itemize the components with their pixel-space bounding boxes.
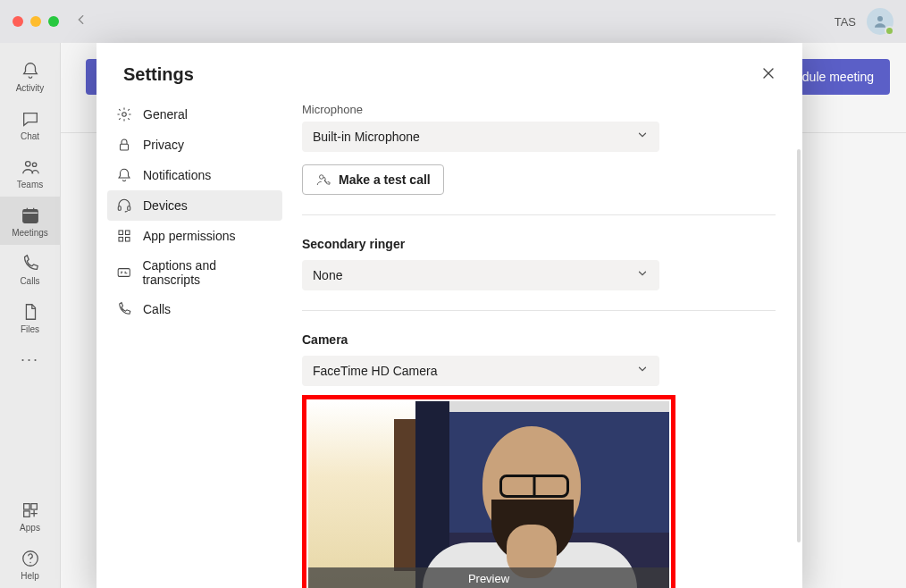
settings-header: Settings [96,43,802,99]
secondary-ringer-dropdown[interactable]: None [302,260,659,290]
rail-files[interactable]: Files [0,293,60,341]
user-avatar[interactable] [867,8,893,35]
secondary-ringer-value: None [313,268,342,282]
rail-help[interactable]: Help [0,540,60,588]
svg-point-1 [25,162,30,167]
rail-activity[interactable]: Activity [0,52,60,100]
svg-rect-12 [128,206,130,211]
svg-point-2 [32,163,36,166]
camera-value: FaceTime HD Camera [313,364,438,378]
camera-preview: Preview [308,401,669,588]
bell-icon [116,167,132,183]
nav-notifications[interactable]: Notifications [107,160,282,190]
app-rail: Activity Chat Teams Meetings Calls Files… [0,43,61,588]
rail-apps[interactable]: Apps [0,491,60,540]
svg-rect-15 [119,238,123,242]
svg-rect-13 [119,231,123,235]
nav-app-permissions[interactable]: App permissions [107,221,282,251]
rail-label: Chat [21,131,39,141]
test-call-label: Make a test call [339,172,431,187]
chevron-down-icon [636,129,649,144]
grid-icon [116,228,132,244]
rail-more-button[interactable]: ··· [21,341,39,378]
section-divider [302,214,776,215]
chevron-down-icon [636,363,649,378]
titlebar-right: TAS [835,8,893,35]
microphone-value: Built-in Microphone [313,130,420,144]
camera-heading: Camera [302,332,776,347]
minimize-window-button[interactable] [30,16,41,27]
camera-dropdown[interactable]: FaceTime HD Camera [302,356,659,386]
section-divider [302,310,776,311]
make-test-call-button[interactable]: Make a test call [302,164,444,195]
secondary-ringer-heading: Secondary ringer [302,237,776,251]
svg-rect-11 [118,206,121,211]
svg-point-8 [29,562,30,563]
nav-label: Notifications [143,168,211,182]
rail-label: Calls [20,276,39,286]
settings-modal: Settings General Privacy Notifications [96,43,802,588]
lock-icon [116,137,132,153]
gear-icon [116,106,132,122]
window-controls [13,16,59,27]
scrollbar[interactable] [797,149,801,542]
svg-rect-14 [126,231,130,235]
rail-chat[interactable]: Chat [0,100,60,148]
person-call-icon [315,172,331,188]
rail-label: Apps [20,523,40,533]
nav-label: General [143,107,188,122]
svg-point-0 [877,16,883,21]
close-settings-button[interactable] [761,66,776,84]
svg-rect-16 [126,238,130,242]
svg-rect-17 [118,269,130,277]
headset-icon [116,197,132,214]
nav-label: Captions and transcripts [142,258,273,287]
nav-privacy[interactable]: Privacy [107,130,282,160]
microphone-dropdown[interactable]: Built-in Microphone [302,122,659,152]
svg-rect-6 [23,511,29,517]
nav-devices[interactable]: Devices [107,190,282,221]
nav-calls[interactable]: Calls [107,294,282,324]
settings-title: Settings [123,64,194,85]
nav-captions[interactable]: Captions and transcripts [107,251,282,294]
close-window-button[interactable] [13,16,23,27]
rail-label: Meetings [12,228,48,238]
svg-rect-3 [22,210,38,223]
rail-meetings[interactable]: Meetings [0,197,60,245]
rail-calls[interactable]: Calls [0,245,60,293]
preview-label: Preview [308,567,669,588]
presence-indicator [885,26,894,36]
svg-point-18 [320,175,324,180]
settings-content: Microphone Built-in Microphone Make a te… [293,99,802,588]
svg-rect-5 [30,504,36,509]
rail-label: Files [21,324,39,334]
microphone-label: Microphone [302,103,776,116]
nav-label: Privacy [143,138,184,152]
nav-label: App permissions [143,229,236,243]
svg-point-9 [122,113,127,117]
nav-general[interactable]: General [107,99,282,130]
svg-rect-10 [121,144,129,150]
nav-label: Calls [143,302,171,316]
rail-label: Activity [16,83,45,93]
user-initials: TAS [835,15,856,29]
chevron-down-icon [636,267,649,282]
rail-label: Teams [17,180,43,189]
svg-rect-4 [23,504,29,509]
back-button[interactable] [75,13,88,29]
window-titlebar: TAS [0,0,906,43]
nav-label: Devices [143,198,188,213]
rail-label: Help [21,571,39,581]
captions-icon [116,265,131,281]
maximize-window-button[interactable] [48,16,59,27]
settings-nav: General Privacy Notifications Devices Ap… [96,99,293,588]
rail-teams[interactable]: Teams [0,148,60,197]
schedule-meeting-label: dule meeting [802,70,874,84]
phone-icon [116,301,132,317]
camera-preview-highlight: Preview [302,395,675,588]
